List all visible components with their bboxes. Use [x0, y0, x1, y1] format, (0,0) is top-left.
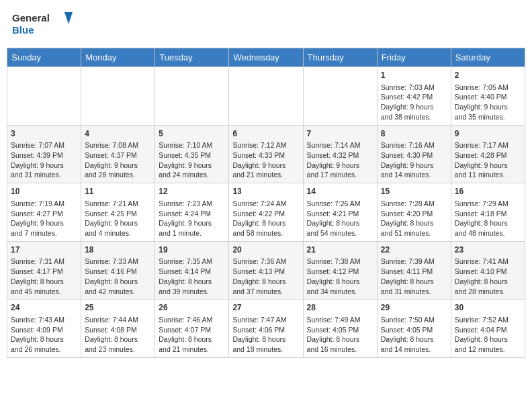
day-info: Sunset: 4:37 PM [85, 150, 151, 161]
calendar-cell [7, 67, 81, 126]
page-header: General Blue [7, 7, 525, 42]
day-info: Sunset: 4:42 PM [381, 92, 447, 102]
weekday-header-sunday: Sunday [7, 48, 81, 67]
calendar-cell: 18Sunrise: 7:33 AMSunset: 4:16 PMDayligh… [81, 241, 155, 300]
day-info: Daylight: 8 hours and 34 minutes. [307, 277, 373, 296]
day-info: Daylight: 9 hours and 7 minutes. [11, 218, 77, 238]
day-info: Sunset: 4:05 PM [381, 325, 447, 335]
day-info: Daylight: 9 hours and 1 minute. [159, 218, 225, 238]
day-number: 18 [85, 244, 151, 256]
calendar-cell: 1Sunrise: 7:03 AMSunset: 4:42 PMDaylight… [377, 67, 451, 126]
calendar-week-1: 1Sunrise: 7:03 AMSunset: 4:42 PMDaylight… [7, 67, 525, 126]
calendar-cell: 24Sunrise: 7:43 AMSunset: 4:09 PMDayligh… [7, 300, 81, 358]
day-info: Sunrise: 7:35 AM [159, 257, 225, 267]
calendar-cell: 8Sunrise: 7:16 AMSunset: 4:30 PMDaylight… [377, 125, 451, 183]
day-info: Daylight: 8 hours and 18 minutes. [232, 334, 299, 354]
day-info: Daylight: 9 hours and 38 minutes. [381, 102, 447, 122]
day-info: Daylight: 8 hours and 12 minutes. [455, 334, 521, 354]
day-number: 5 [159, 128, 225, 140]
calendar-cell: 25Sunrise: 7:44 AMSunset: 4:08 PMDayligh… [81, 300, 155, 358]
day-number: 3 [11, 128, 77, 140]
day-number: 29 [381, 302, 447, 314]
svg-text:Blue: Blue [12, 24, 34, 36]
day-number: 26 [159, 302, 225, 314]
calendar-cell: 15Sunrise: 7:28 AMSunset: 4:20 PMDayligh… [377, 183, 451, 242]
weekday-header-saturday: Saturday [451, 48, 525, 67]
calendar-cell: 11Sunrise: 7:21 AMSunset: 4:25 PMDayligh… [81, 183, 155, 242]
day-number: 6 [232, 128, 299, 140]
day-info: Sunset: 4:08 PM [85, 325, 151, 335]
day-info: Sunset: 4:10 PM [455, 267, 521, 277]
day-number: 22 [381, 244, 447, 256]
weekday-header-monday: Monday [81, 48, 155, 67]
day-number: 25 [85, 302, 151, 314]
calendar-week-2: 3Sunrise: 7:07 AMSunset: 4:39 PMDaylight… [7, 125, 525, 183]
day-info: Sunset: 4:04 PM [455, 325, 521, 335]
calendar-cell: 7Sunrise: 7:14 AMSunset: 4:32 PMDaylight… [303, 125, 377, 183]
day-number: 8 [381, 128, 447, 140]
day-number: 14 [307, 186, 373, 197]
day-info: Sunrise: 7:47 AM [232, 315, 299, 325]
day-info: Sunrise: 7:19 AM [11, 199, 77, 209]
day-info: Sunrise: 7:38 AM [307, 257, 373, 267]
day-info: Sunset: 4:20 PM [381, 209, 447, 219]
day-info: Sunrise: 7:44 AM [85, 315, 151, 325]
day-info: Sunrise: 7:21 AM [85, 199, 151, 209]
calendar-cell: 22Sunrise: 7:39 AMSunset: 4:11 PMDayligh… [377, 241, 451, 300]
day-number: 12 [159, 186, 225, 197]
day-info: Sunrise: 7:12 AM [232, 140, 299, 150]
calendar-cell [155, 67, 229, 126]
day-number: 7 [307, 128, 373, 140]
day-info: Sunset: 4:25 PM [85, 209, 151, 219]
day-info: Daylight: 8 hours and 51 minutes. [381, 218, 447, 238]
day-info: Daylight: 9 hours and 11 minutes. [455, 161, 521, 180]
day-info: Sunset: 4:39 PM [11, 150, 77, 161]
day-info: Daylight: 8 hours and 58 minutes. [232, 218, 299, 238]
day-info: Sunrise: 7:16 AM [381, 140, 447, 150]
day-info: Daylight: 9 hours and 35 minutes. [455, 102, 521, 122]
day-info: Sunset: 4:14 PM [159, 267, 225, 277]
day-info: Sunset: 4:21 PM [307, 209, 373, 219]
day-number: 10 [11, 186, 77, 197]
logo-svg: General Blue [12, 9, 73, 40]
day-info: Daylight: 8 hours and 16 minutes. [307, 334, 373, 354]
day-info: Sunset: 4:28 PM [455, 150, 521, 161]
calendar-cell: 5Sunrise: 7:10 AMSunset: 4:35 PMDaylight… [155, 125, 229, 183]
calendar-cell: 27Sunrise: 7:47 AMSunset: 4:06 PMDayligh… [229, 300, 303, 358]
calendar-cell [303, 67, 377, 126]
calendar-week-4: 17Sunrise: 7:31 AMSunset: 4:17 PMDayligh… [7, 241, 525, 300]
calendar-cell: 23Sunrise: 7:41 AMSunset: 4:10 PMDayligh… [451, 241, 525, 300]
calendar-week-5: 24Sunrise: 7:43 AMSunset: 4:09 PMDayligh… [7, 300, 525, 358]
day-info: Sunset: 4:16 PM [85, 267, 151, 277]
calendar-header-row: SundayMondayTuesdayWednesdayThursdayFrid… [7, 48, 525, 67]
calendar-cell: 29Sunrise: 7:50 AMSunset: 4:05 PMDayligh… [377, 300, 451, 358]
calendar-cell: 16Sunrise: 7:29 AMSunset: 4:18 PMDayligh… [451, 183, 525, 242]
day-number: 20 [232, 244, 299, 256]
day-info: Daylight: 9 hours and 14 minutes. [381, 161, 447, 180]
day-info: Sunrise: 7:14 AM [307, 140, 373, 150]
calendar-week-3: 10Sunrise: 7:19 AMSunset: 4:27 PMDayligh… [7, 183, 525, 242]
day-info: Daylight: 8 hours and 42 minutes. [85, 277, 151, 296]
calendar-cell: 17Sunrise: 7:31 AMSunset: 4:17 PMDayligh… [7, 241, 81, 300]
day-number: 23 [455, 244, 521, 256]
logo: General Blue [12, 9, 73, 40]
day-info: Sunset: 4:27 PM [11, 209, 77, 219]
day-info: Sunset: 4:33 PM [232, 150, 299, 161]
day-info: Daylight: 9 hours and 31 minutes. [11, 161, 77, 180]
day-number: 28 [307, 302, 373, 314]
day-info: Daylight: 9 hours and 21 minutes. [232, 161, 299, 180]
day-number: 16 [455, 186, 521, 197]
day-info: Sunset: 4:06 PM [232, 325, 299, 335]
day-info: Sunrise: 7:33 AM [85, 257, 151, 267]
day-info: Sunrise: 7:08 AM [85, 140, 151, 150]
day-number: 17 [11, 244, 77, 256]
day-number: 24 [11, 302, 77, 314]
day-info: Sunset: 4:05 PM [307, 325, 373, 335]
weekday-header-thursday: Thursday [303, 48, 377, 67]
day-info: Sunrise: 7:23 AM [159, 199, 225, 209]
calendar-cell: 19Sunrise: 7:35 AMSunset: 4:14 PMDayligh… [155, 241, 229, 300]
day-info: Sunset: 4:35 PM [159, 150, 225, 161]
day-info: Sunrise: 7:36 AM [232, 257, 299, 267]
calendar-cell: 10Sunrise: 7:19 AMSunset: 4:27 PMDayligh… [7, 183, 81, 242]
calendar-cell: 14Sunrise: 7:26 AMSunset: 4:21 PMDayligh… [303, 183, 377, 242]
